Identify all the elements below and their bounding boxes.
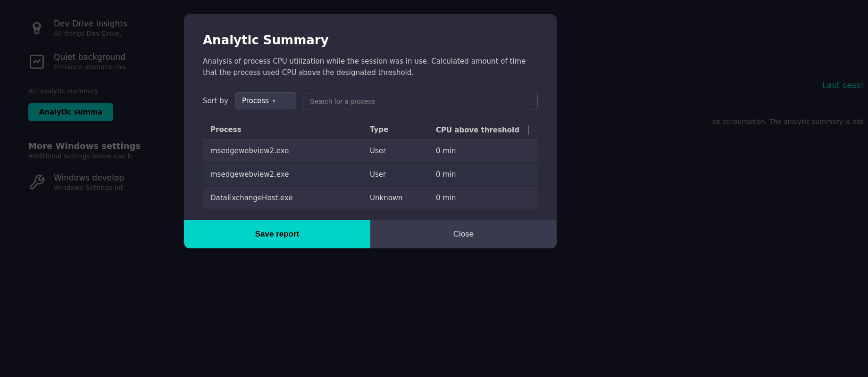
process-name: DataExchangeHost.exe [210,194,370,202]
table-header: Process Type CPU above threshold [203,121,538,140]
sort-value: Process [242,97,269,105]
dialog-title: Analytic Summary [203,33,538,47]
search-input[interactable] [310,97,531,105]
close-button[interactable]: Close [370,220,557,248]
cpu-threshold: 0 min [436,194,530,202]
sort-by-label: Sort by [203,97,228,105]
table-row: msedgewebview2.exe User 0 min [203,140,538,162]
dialog-footer: Save report Close [184,220,557,248]
col-header-cpu: CPU above threshold [436,125,530,135]
col-header-process: Process [210,125,370,135]
sort-dropdown[interactable]: Process ▾ [235,92,296,109]
save-report-button[interactable]: Save report [184,220,370,248]
column-divider [528,125,529,135]
process-name: msedgewebview2.exe [210,147,370,155]
analytic-summary-dialog: Analytic Summary Analysis of process CPU… [184,14,557,248]
cpu-threshold: 0 min [436,170,530,179]
dialog-description: Analysis of process CPU utilization whil… [203,56,538,78]
chevron-down-icon: ▾ [273,98,275,104]
search-box[interactable] [303,93,538,109]
process-type: User [370,147,436,155]
process-table: Process Type CPU above threshold msedgew… [203,121,538,211]
process-type: Unknown [370,194,436,202]
process-name: msedgewebview2.exe [210,170,370,179]
col-header-type: Type [370,125,436,135]
table-row: msedgewebview2.exe User 0 min [203,164,538,185]
cpu-threshold: 0 min [436,147,530,155]
controls-row: Sort by Process ▾ [203,92,538,109]
table-row: DataExchangeHost.exe Unknown 0 min [203,187,538,209]
process-type: User [370,170,436,179]
